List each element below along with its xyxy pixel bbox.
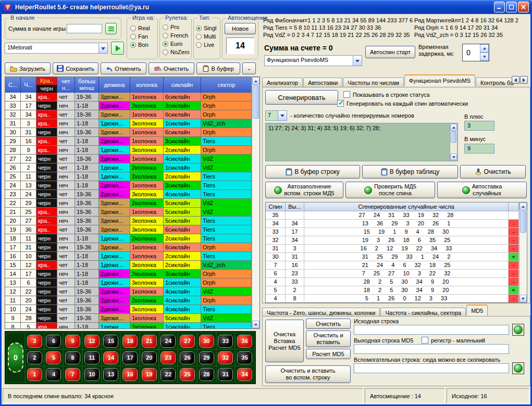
table-row[interactable]: 2125кра..неч19-363дюжи...1колонка5сиклай… [5, 208, 252, 217]
scroll-up-icon[interactable] [519, 202, 527, 210]
board-number-22[interactable]: 22 [160, 368, 176, 381]
copy-source-button[interactable] [512, 324, 524, 336]
board-number-21[interactable]: 21 [142, 335, 157, 348]
auto-generate-checkbox[interactable]: Генерировать на каждый спин автоматическ… [337, 100, 468, 107]
board-number-33[interactable]: 33 [218, 335, 233, 348]
gen-table-row[interactable]: 485 1 26 0 12 3 33- [266, 295, 519, 302]
minus-button[interactable]: - [242, 62, 256, 74]
lowercase-checkbox[interactable]: регистр - маленький [422, 337, 485, 344]
table-row[interactable]: 1120чернчет19-362дюжи...2колонка4сиклайн… [5, 296, 252, 305]
generated-table-scrollbar[interactable] [519, 202, 527, 302]
board-number-19[interactable]: 19 [142, 368, 157, 381]
md5-big-button[interactable]: Очистка Вставка Расчет MD5 [265, 320, 304, 362]
spin-up-button[interactable] [480, 44, 489, 53]
table-row[interactable]: 3434кра..чет19-363дюжи...1колонка6сиклай… [5, 93, 252, 102]
table-row[interactable]: 2722чернчет19-362дюжи...1колонка4сиклайн… [5, 155, 252, 163]
aux-string-input[interactable] [354, 363, 509, 373]
buffer-button[interactable]: В буфер [196, 62, 240, 74]
md5-clear-button[interactable]: Очистить [306, 319, 351, 329]
board-number-6[interactable]: 6 [46, 335, 61, 348]
minimize-button[interactable] [494, 2, 505, 12]
board-number-15[interactable]: 15 [103, 335, 118, 348]
board-number-13[interactable]: 13 [103, 368, 118, 381]
board-number-29[interactable]: 29 [199, 351, 214, 364]
gen-table-row[interactable]: 3527 24 31 33 19 32 28 [266, 211, 519, 220]
radio-nozero[interactable]: NoZero [163, 48, 190, 56]
undo-button[interactable]: Отменить [101, 62, 146, 74]
board-number-36[interactable]: 36 [237, 335, 252, 348]
gen-table-row[interactable]: 43328 2 5 30 34 9 20- [266, 278, 519, 286]
board-number-7[interactable]: 7 [65, 368, 80, 381]
board-number-10[interactable]: 10 [84, 368, 100, 381]
board-number-24[interactable]: 24 [160, 335, 176, 348]
scroll-down-icon[interactable] [519, 295, 527, 302]
gen-table-row[interactable]: 31316 2 12 19 22 34 33- [266, 245, 519, 253]
gen-table-row[interactable]: 323419 3 26 18 6 35 25- [266, 236, 519, 245]
table-row[interactable]: 1731черннеч19-363дюжи...1колонка6сиклайн… [5, 243, 252, 252]
board-number-3[interactable]: 3 [27, 335, 42, 348]
radio-singl[interactable]: Singl [196, 24, 216, 32]
scroll-thumb[interactable] [253, 85, 259, 119]
start-sum-input[interactable] [67, 24, 102, 33]
show-status-checkbox[interactable]: Показывать в строке статуса [343, 91, 430, 98]
gen-table-row[interactable]: 303131 25 29 33 1 24 2+ [266, 253, 519, 261]
radio-fan[interactable]: Fan [130, 32, 150, 41]
board-number-18[interactable]: 18 [122, 335, 138, 348]
table-row[interactable]: 136чернчет1-181дюжи...3колонка1сиклайнOr… [5, 278, 252, 287]
gen-table-row[interactable]: 331715 19 1 9 4 28 30- [266, 228, 519, 236]
table-row[interactable]: 1417черннеч1-182дюжи...2колонка3сиклайнO… [5, 270, 252, 278]
table-row[interactable]: 85кра..неч1-181дюжи...2колонка1сиклайнTi… [5, 323, 252, 328]
table-row[interactable]: 3234кра..чет19-363дюжи...1колонка6сиклай… [5, 110, 252, 119]
table-row[interactable]: 1610чернчет1-181дюжи...1колонка2сиклайнT… [5, 252, 252, 261]
gen-table-row[interactable]: 71621 24 4 6 32 18 25- [266, 261, 519, 270]
table-row[interactable]: 2027кра..неч19-363дюжи...3колонка5сиклай… [5, 217, 252, 225]
gen-table-row[interactable]: 6237 25 27 10 3 22 32- [266, 270, 519, 278]
tab-freq-0[interactable]: Частота - Zero, шансы, дюжины, колонки [262, 308, 380, 316]
board-number-4[interactable]: 4 [46, 368, 61, 381]
clear-button[interactable]: Очистить [149, 62, 194, 74]
scroll-down-icon[interactable] [450, 154, 457, 160]
function-combobox[interactable]: Функционал PsevdoMS [264, 55, 362, 66]
table-row[interactable]: 1222чернчет19-362дюжи...1колонка4сиклайн… [5, 287, 252, 296]
board-number-32[interactable]: 32 [218, 351, 233, 364]
board-number-30[interactable]: 30 [199, 335, 214, 348]
radio-pro[interactable]: Pro [163, 23, 190, 31]
radio-french[interactable]: French [163, 31, 190, 40]
board-number-34[interactable]: 34 [237, 368, 252, 381]
board-number-35[interactable]: 35 [237, 351, 252, 364]
table-row[interactable]: 2324чернчет19-362дюжи...3колонка4сиклайн… [5, 190, 252, 199]
play-button[interactable] [111, 42, 124, 55]
tab-scroll-right-icon[interactable] [520, 76, 528, 84]
tab-main-3[interactable]: Функционал PsevdoMS [404, 74, 475, 86]
output-scrollbar[interactable] [450, 124, 457, 160]
scroll-up-icon[interactable] [450, 124, 457, 131]
md5-calc-button[interactable]: Расчет MD5 [306, 349, 351, 359]
board-number-9[interactable]: 9 [65, 335, 80, 348]
clear-generated-button[interactable]: Очистить [460, 165, 526, 179]
board-number-31[interactable]: 31 [218, 368, 233, 381]
preset-combobox[interactable]: 1Melonati [5, 43, 108, 54]
combo-arrow-button[interactable] [353, 56, 362, 66]
count-combobox[interactable]: 7 [265, 110, 287, 121]
md5-clear-paste-aux-button[interactable]: Очистить и вставить во вспом. строку [265, 365, 351, 383]
check-md5-button[interactable]: Проверить МД5 после спина [345, 182, 435, 198]
new-shift-button[interactable]: Новое [225, 23, 256, 34]
copy-row-button[interactable]: В буфер строку [265, 165, 360, 179]
board-number-28[interactable]: 28 [199, 368, 214, 381]
tab-scroll-left-icon[interactable] [512, 76, 519, 84]
radio-multi[interactable]: Multi [196, 32, 216, 41]
copy-aux-button[interactable] [512, 362, 524, 374]
radio-live[interactable]: Live [196, 41, 216, 49]
board-number-2[interactable]: 2 [27, 351, 42, 364]
scroll-thumb[interactable] [451, 131, 456, 143]
table-row[interactable]: 1024чернчет19-362дюжи...3колонка4сиклайн… [5, 305, 252, 314]
board-number-5[interactable]: 5 [46, 351, 61, 364]
board-number-16[interactable]: 16 [122, 368, 138, 381]
autobet-random-button[interactable]: Автоставка случайных [437, 182, 527, 198]
table-row[interactable]: 928чернчет19-363дюжи...1колонка5сиклайнV… [5, 314, 252, 323]
generated-output[interactable]: 1) 27; 2) 24; 3) 31; 4) 33; 5) 19; 6) 32… [265, 123, 458, 161]
table-row[interactable]: 1811черннеч1-181дюжи...2колонка2сиклайнT… [5, 234, 252, 243]
board-number-1[interactable]: 1 [27, 368, 42, 381]
table-row[interactable]: 3317черннеч1-182дюжи...2колонка3сиклайнO… [5, 102, 252, 110]
combo-arrow-button[interactable] [278, 111, 287, 120]
